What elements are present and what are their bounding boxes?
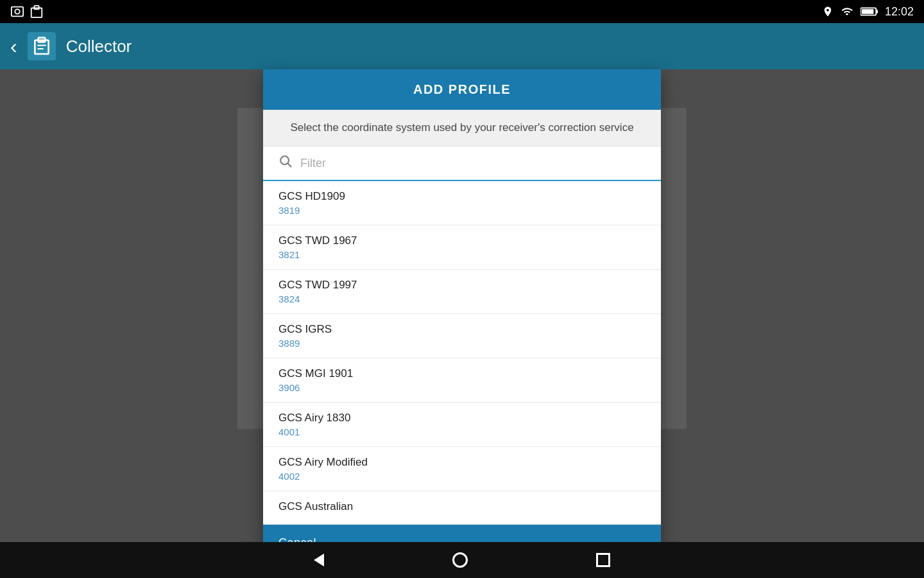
svg-rect-6 <box>862 9 874 13</box>
list-item[interactable]: GCS TWD 1997 3824 <box>263 270 661 314</box>
dialog: ADD PROFILE Select the coordinate system… <box>263 69 661 561</box>
back-nav-icon <box>314 554 324 566</box>
home-nav-icon <box>452 552 468 568</box>
recents-nav-icon <box>596 553 610 567</box>
item-name: GCS HD1909 <box>278 190 646 203</box>
app-icon <box>28 32 56 60</box>
recents-nav-button[interactable] <box>596 553 610 567</box>
item-name: GCS Airy Modified <box>278 456 646 469</box>
status-time: 12:02 <box>885 5 914 19</box>
item-name: GCS IGRS <box>278 323 646 336</box>
list-item[interactable]: GCS TWD 1967 3821 <box>263 225 661 270</box>
list-item[interactable]: GCS HD1909 3819 <box>263 181 661 225</box>
list-item[interactable]: GCS Airy Modified 4002 <box>263 447 661 491</box>
svg-rect-5 <box>876 10 878 13</box>
search-icon <box>278 154 293 172</box>
app-bar: Collector <box>0 23 924 69</box>
battery-icon <box>860 6 878 17</box>
status-bar: 12:02 <box>0 0 924 23</box>
app-title: Collector <box>66 37 132 57</box>
svg-line-12 <box>288 164 292 167</box>
bottom-nav <box>0 542 924 578</box>
item-code: 3819 <box>278 205 646 216</box>
item-name: GCS Australian <box>278 500 646 513</box>
item-code: 3889 <box>278 338 646 349</box>
svg-point-11 <box>280 156 289 164</box>
item-code: 3906 <box>278 382 646 393</box>
item-name: GCS TWD 1997 <box>278 279 646 292</box>
item-code: 3824 <box>278 293 646 304</box>
status-right-icons: 12:02 <box>822 4 914 19</box>
status-left-icons <box>10 4 44 19</box>
svg-rect-0 <box>12 7 23 17</box>
item-name: GCS TWD 1967 <box>278 234 646 247</box>
item-name: GCS MGI 1901 <box>278 367 646 380</box>
dialog-subtitle: Select the coordinate system used by you… <box>263 110 661 146</box>
list-item[interactable]: GCS IGRS 3889 <box>263 314 661 358</box>
list-item[interactable]: GCS Australian <box>263 491 661 525</box>
wifi-icon <box>840 6 854 17</box>
item-name: GCS Airy 1830 <box>278 412 646 425</box>
list-item[interactable]: GCS MGI 1901 3906 <box>263 358 661 403</box>
location-icon <box>822 4 834 19</box>
svg-point-1 <box>15 9 19 13</box>
home-nav-button[interactable] <box>452 552 468 568</box>
filter-input[interactable] <box>300 157 646 170</box>
clipboard-status-icon <box>30 4 44 19</box>
collector-icon <box>31 36 52 57</box>
item-code: 4002 <box>278 471 646 482</box>
item-code: 4001 <box>278 426 646 437</box>
photo-icon <box>10 4 24 19</box>
filter-container <box>263 146 661 181</box>
back-nav-button[interactable] <box>314 554 324 566</box>
back-button[interactable] <box>10 36 17 57</box>
coordinate-system-list: GCS HD1909 3819 GCS TWD 1967 3821 GCS TW… <box>263 181 661 525</box>
dialog-title: ADD PROFILE <box>413 82 511 96</box>
list-item[interactable]: GCS Airy 1830 4001 <box>263 403 661 447</box>
item-code: 3821 <box>278 249 646 260</box>
modal-overlay: ADD PROFILE Select the coordinate system… <box>0 69 924 542</box>
dialog-header: ADD PROFILE <box>263 69 661 110</box>
